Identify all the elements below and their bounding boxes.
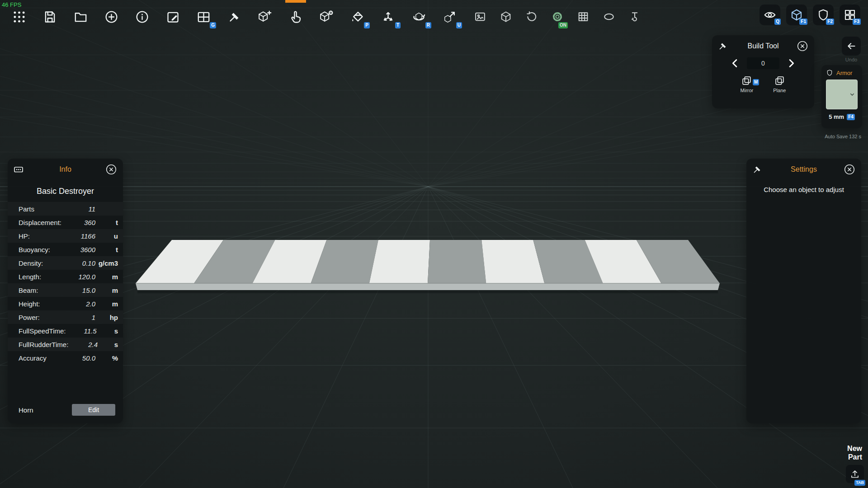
parts-view-button[interactable]: F1 [786, 5, 807, 25]
settings-message: Choose an object to adjust [746, 186, 861, 193]
close-icon[interactable] [105, 163, 118, 176]
select-button[interactable] [283, 5, 308, 29]
undo-label: Undo [842, 57, 861, 62]
mirror-key-badge: M [753, 79, 759, 85]
info-row-unit: t [95, 246, 123, 253]
fine-grid-button[interactable] [573, 5, 593, 29]
info-row-label: Length: [8, 273, 63, 281]
new-part-line2: Part [847, 453, 862, 461]
info-row-value: 1166 [63, 232, 95, 240]
info-row-value: 50.0 [63, 354, 95, 362]
gear-icon [551, 10, 564, 23]
build-value-input[interactable]: 0 [747, 57, 779, 69]
new-button[interactable] [99, 5, 123, 29]
info-row-unit: m [95, 300, 123, 308]
translate-button[interactable]: T [376, 5, 400, 29]
rotate-button[interactable]: R [406, 5, 431, 29]
add-block-button[interactable] [253, 5, 277, 29]
sections-view-button[interactable]: F3 [840, 5, 860, 25]
armor-widget: Armor 5 mm F4 [821, 65, 862, 128]
info-row-value: 1 [63, 314, 95, 321]
ellipse-tool-button[interactable] [599, 5, 619, 29]
apps-icon [12, 9, 27, 24]
screenshot-button[interactable] [470, 5, 490, 29]
rotate-badge: R [425, 22, 431, 28]
armor-color-select[interactable] [826, 80, 858, 109]
undo-button[interactable] [842, 37, 861, 56]
chevron-down-icon [848, 90, 856, 99]
paint-icon [350, 9, 365, 24]
armor-title: Armor [836, 70, 852, 76]
block-settings-button[interactable] [314, 5, 339, 29]
save-button[interactable] [38, 5, 62, 29]
info-row-value: 360 [63, 219, 95, 226]
info-row-value: 2.4 [68, 341, 98, 348]
info-button[interactable] [130, 5, 154, 29]
plane-button[interactable]: Plane [773, 75, 786, 93]
info-row-unit: g/cm3 [95, 259, 123, 267]
info-row: Length:120.0m [8, 270, 123, 283]
new-part-line1: New [847, 444, 862, 453]
info-header: Info [8, 159, 123, 180]
info-row-label: Power: [8, 314, 63, 321]
tools-icon [752, 164, 763, 175]
layers-icon [741, 75, 752, 86]
close-icon[interactable] [843, 163, 856, 176]
edit-button[interactable] [160, 5, 185, 29]
rot-ccw-icon [525, 10, 538, 23]
visibility-button[interactable]: Q [760, 5, 780, 25]
info-row-value: 3600 [63, 246, 95, 253]
tab-key-badge: TAB [854, 480, 865, 486]
build-tool-header: Build Tool [712, 35, 814, 57]
build-button[interactable] [222, 5, 246, 29]
rotate3d-icon [411, 9, 426, 24]
toolbar-main: GPTRU [7, 5, 462, 29]
info-panel: Info Basic Destroyer Parts11Displacement… [8, 159, 123, 423]
auto-setting-button[interactable]: ON [547, 5, 567, 29]
info-row-unit: hp [95, 314, 123, 321]
parts-view-badge: F1 [799, 19, 807, 25]
info-row-unit: m [95, 286, 123, 294]
info-row-label: Parts [8, 205, 63, 213]
console-icon [13, 164, 24, 175]
plane-label: Plane [773, 88, 786, 93]
scale-icon [442, 9, 457, 24]
info-row-label: Beam: [8, 286, 63, 294]
auto-setting-badge: ON [558, 22, 568, 28]
mirror-button[interactable]: M Mirror [741, 75, 754, 93]
arrow-left-icon [845, 40, 857, 52]
close-icon[interactable] [796, 40, 809, 52]
info-row-value: 11.5 [66, 327, 97, 335]
chevron-right-icon [785, 57, 797, 70]
info-row-value: 0.10 [63, 259, 95, 267]
info-row-label: FullRudderTime: [8, 341, 68, 348]
reset-view-button[interactable] [522, 5, 542, 29]
new-part-button[interactable]: TAB [846, 465, 864, 483]
hoist-button[interactable] [625, 5, 645, 29]
settings-panel: Settings Choose an object to adjust [746, 159, 861, 423]
info-row-label: Buoyancy: [8, 246, 63, 253]
translate-badge: T [395, 22, 401, 28]
edit-button[interactable]: Edit [72, 404, 115, 416]
ellipse-icon [603, 10, 615, 23]
autosave-status: Auto Save 132 s [825, 134, 861, 139]
blocks-button[interactable] [496, 5, 516, 29]
info-row: HP:1166u [8, 229, 123, 243]
edit-icon [165, 9, 180, 24]
grid-window-button[interactable]: G [191, 5, 216, 29]
increment-button[interactable] [785, 57, 797, 70]
armor-thickness: 5 mm [829, 113, 844, 120]
menu-button[interactable] [7, 5, 31, 29]
armor-key-badge: F4 [847, 114, 855, 120]
scale-button[interactable]: U [437, 5, 462, 29]
open-button[interactable] [68, 5, 93, 29]
grid-window-badge: G [210, 22, 216, 28]
hoist-icon [628, 10, 641, 23]
ship-hull[interactable] [136, 240, 720, 293]
decrement-button[interactable] [729, 57, 741, 70]
horn-label: Horn [19, 406, 33, 414]
armor-view-button[interactable]: F2 [813, 5, 834, 25]
tools-icon [717, 41, 728, 52]
paint-button[interactable]: P [345, 5, 369, 29]
info-row-label: Density: [8, 259, 63, 267]
